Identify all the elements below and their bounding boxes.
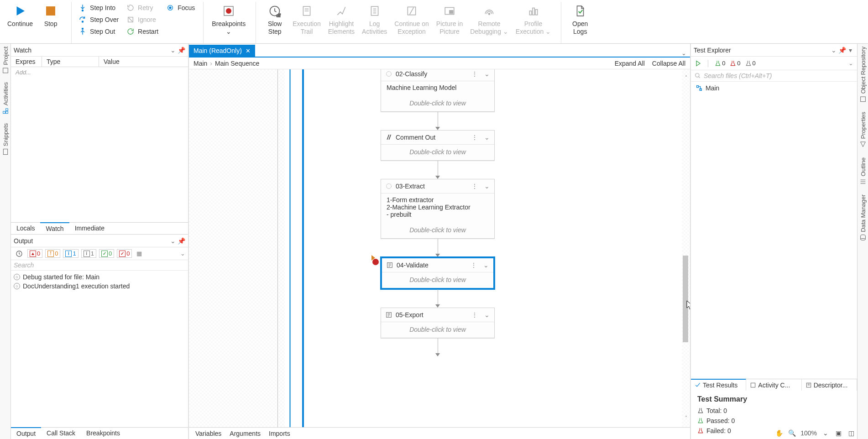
fit-to-screen-icon[interactable]: ▣	[834, 429, 842, 437]
svg-rect-32	[700, 89, 701, 90]
scroll-down-icon[interactable]: ˅	[683, 415, 689, 422]
te-toolbar-dropdown[interactable]: ⌄	[848, 60, 853, 67]
overview-icon[interactable]: ◫	[847, 429, 855, 437]
tab-activity-coverage[interactable]: Activity C...	[746, 379, 801, 391]
output-options-chevron[interactable]: ⌄	[169, 237, 177, 245]
activity-collapse-icon[interactable]: ⌄	[482, 261, 490, 269]
document-tab-main[interactable]: Main (ReadOnly) ✕	[189, 45, 255, 57]
activity-menu-icon[interactable]: ⋮	[471, 183, 479, 190]
activity-collapse-icon[interactable]: ⌄	[483, 134, 491, 141]
tab-output[interactable]: Output	[11, 427, 41, 439]
output-pin-icon[interactable]: 📌	[177, 237, 185, 245]
focus-button[interactable]: Focus	[164, 3, 197, 13]
tab-callstack[interactable]: Call Stack	[41, 428, 81, 439]
slow-step-button[interactable]: off Slow Step	[261, 2, 289, 37]
breakpoints-dropdown[interactable]: Breakpoints⌄	[208, 2, 249, 37]
right-rail-data-manager[interactable]: Data Manager	[859, 194, 867, 241]
filter-warn[interactable]: !0	[45, 249, 60, 258]
tab-descriptor[interactable]: Descriptor...	[802, 379, 857, 391]
te-pin-icon[interactable]: 📌	[838, 46, 846, 54]
activity-menu-icon[interactable]: ⋮	[470, 261, 478, 269]
activity-collapse-icon[interactable]: ⌄	[483, 70, 491, 78]
run-all-icon[interactable]	[695, 60, 702, 67]
retry-button[interactable]: Retry	[124, 3, 160, 13]
notrun-counter[interactable]: 0	[745, 60, 756, 67]
zoom-icon[interactable]: 🔍	[788, 429, 796, 437]
scroll-up-icon[interactable]: ˄	[683, 75, 689, 81]
ignore-button[interactable]: Ignore	[124, 15, 160, 25]
filter-time-icon[interactable]	[14, 250, 25, 258]
profile-execution-dropdown[interactable]: Profile Execution ⌄	[512, 2, 554, 37]
comment-icon: //	[385, 133, 393, 141]
failed-counter[interactable]: 0	[730, 60, 740, 67]
watch-add-row[interactable]: Add...	[11, 67, 188, 222]
tab-arguments[interactable]: Arguments	[230, 430, 261, 437]
activity-collapse-icon[interactable]: ⌄	[483, 311, 491, 319]
filter-erase-icon[interactable]: ▦	[135, 250, 144, 257]
activity-collapse-icon[interactable]: ⌄	[483, 183, 491, 190]
continue-on-exception-button[interactable]: Continue on Exception	[391, 2, 433, 37]
tab-immediate[interactable]: Immediate	[69, 223, 110, 234]
tab-locals[interactable]: Locals	[11, 223, 40, 234]
tab-watch[interactable]: Watch	[40, 222, 69, 234]
activity-03-extract[interactable]: 03-Extract ⋮ ⌄ 1-Form extractor 2-Machin…	[381, 179, 495, 239]
zoom-value[interactable]: 100%	[800, 429, 817, 437]
activity-menu-icon[interactable]: ⋮	[471, 70, 479, 78]
output-more-dropdown[interactable]: ⌄	[180, 250, 185, 257]
extract-icon	[385, 182, 393, 190]
collapse-all-button[interactable]: Collapse All	[652, 60, 685, 67]
te-more-icon[interactable]: ▾	[846, 46, 854, 54]
breakpoint-marker[interactable]	[372, 259, 379, 265]
breadcrumb-seq[interactable]: Main Sequence	[215, 60, 259, 67]
filter-error[interactable]: ▲0	[27, 249, 42, 258]
pan-icon[interactable]: ✋	[775, 429, 783, 437]
passed-counter[interactable]: 0	[715, 60, 725, 67]
output-row[interactable]: ○Debug started for file: Main	[14, 272, 185, 282]
close-tab-icon[interactable]: ✕	[246, 47, 251, 54]
activity-comment-out[interactable]: // Comment Out ⋮ ⌄ Double-click to view	[381, 130, 495, 161]
tab-test-results[interactable]: Test Results	[691, 379, 746, 391]
right-rail-properties[interactable]: Properties	[859, 112, 867, 148]
pip-button[interactable]: Picture in Picture	[433, 2, 466, 37]
step-into-button[interactable]: Step Into	[76, 3, 120, 13]
log-activities-button[interactable]: Log Activities	[358, 2, 391, 37]
left-rail-activities[interactable]: Activities	[2, 82, 9, 115]
left-rail-project[interactable]: Project	[2, 47, 9, 74]
filter-info-gray[interactable]: i1	[81, 249, 96, 258]
output-row[interactable]: ○DocUnderstanding1 execution started	[14, 282, 185, 291]
breadcrumb-root[interactable]: Main	[193, 60, 207, 67]
watch-options-chevron[interactable]: ⌄	[169, 46, 177, 54]
test-explorer-search[interactable]: Search files (Ctrl+Alt+T)	[691, 70, 857, 82]
tab-imports[interactable]: Imports	[269, 430, 290, 437]
activity-menu-icon[interactable]: ⋮	[471, 134, 479, 141]
tab-breakpoints[interactable]: Breakpoints	[81, 428, 125, 439]
continue-button[interactable]: Continue	[4, 2, 37, 30]
right-rail-outline[interactable]: Outline	[859, 157, 867, 185]
execution-trail-button[interactable]: Execution Trail	[289, 2, 324, 37]
left-rail-snippets[interactable]: Snippets	[2, 123, 9, 156]
right-rail-object-repo[interactable]: Object Repository	[859, 47, 867, 103]
filter-ok[interactable]: ✓0	[99, 249, 114, 258]
filter-info-blue[interactable]: i1	[63, 249, 78, 258]
highlight-elements-button[interactable]: Highlight Elements	[324, 2, 358, 37]
test-tree-item-main[interactable]: Main	[695, 84, 852, 92]
canvas-scrollbar[interactable]: ˄ ˅	[683, 75, 689, 422]
output-search-input[interactable]: Search	[11, 260, 188, 271]
restart-button[interactable]: Restart	[124, 26, 160, 37]
expand-all-button[interactable]: Expand All	[615, 60, 645, 67]
tab-list-dropdown[interactable]: ⌄	[678, 50, 690, 57]
activity-menu-icon[interactable]: ⋮	[471, 311, 479, 319]
tab-variables[interactable]: Variables	[195, 430, 221, 437]
filter-x[interactable]: ✓0	[117, 249, 132, 258]
activity-04-validate[interactable]: 04-Validate ⋮ ⌄ Double-click to view	[381, 257, 495, 289]
step-out-button[interactable]: Step Out	[76, 26, 120, 37]
step-over-button[interactable]: Step Over	[76, 15, 120, 25]
activity-05-export[interactable]: 05-Export ⋮ ⌄ Double-click to view	[381, 308, 495, 338]
zoom-dropdown[interactable]: ⌄	[821, 429, 830, 437]
stop-button[interactable]: Stop	[37, 2, 65, 30]
remote-debugging-dropdown[interactable]: Remote Debugging ⌄	[466, 2, 512, 37]
open-logs-button[interactable]: Open Logs	[566, 2, 594, 37]
watch-pin-icon[interactable]: 📌	[177, 46, 185, 54]
te-options-chevron[interactable]: ⌄	[830, 46, 838, 54]
activity-02-classify[interactable]: 02-Classify ⋮ ⌄ Machine Learning Model D…	[381, 69, 495, 112]
